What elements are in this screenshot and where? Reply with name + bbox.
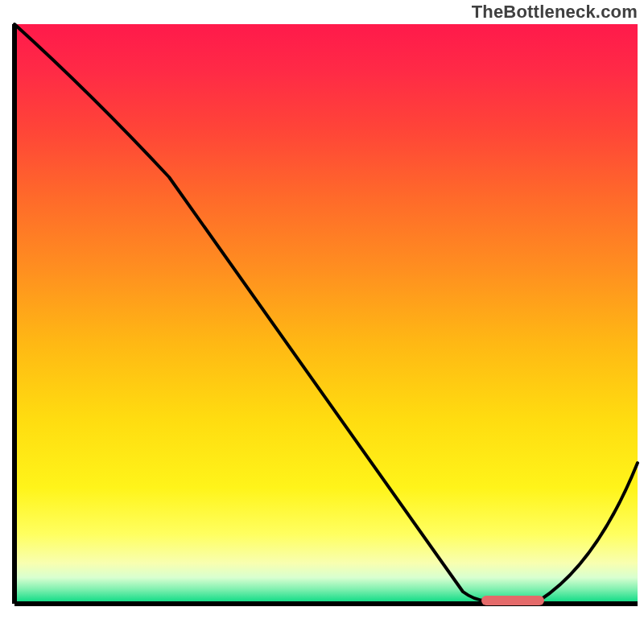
plot-background [14,24,638,604]
bottleneck-chart [0,0,644,644]
chart-container: TheBottleneck.com [0,0,644,644]
